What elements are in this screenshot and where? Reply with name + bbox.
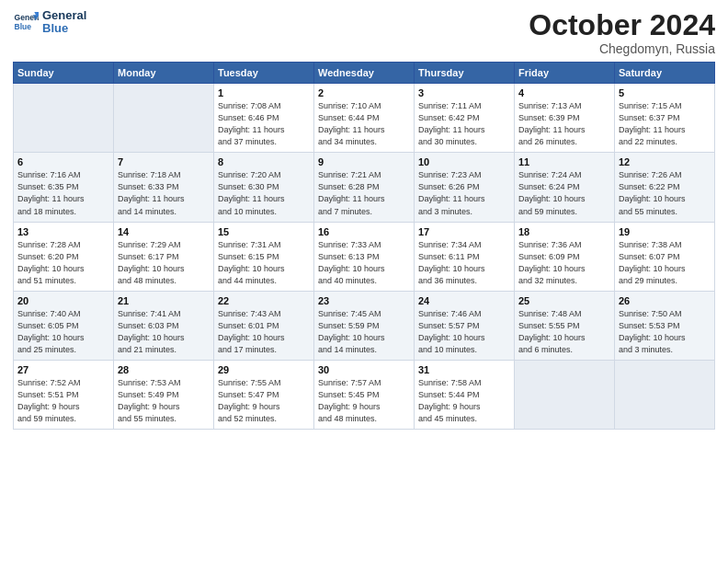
calendar-day-cell: 19Sunrise: 7:38 AM Sunset: 6:07 PM Dayli…: [615, 222, 715, 291]
day-info: Sunrise: 7:41 AM Sunset: 6:03 PM Dayligh…: [118, 308, 210, 356]
calendar-day-cell: 14Sunrise: 7:29 AM Sunset: 6:17 PM Dayli…: [114, 222, 214, 291]
day-info: Sunrise: 7:28 AM Sunset: 6:20 PM Dayligh…: [17, 239, 109, 287]
day-info: Sunrise: 7:20 AM Sunset: 6:30 PM Dayligh…: [218, 169, 310, 217]
calendar-day-cell: 24Sunrise: 7:46 AM Sunset: 5:57 PM Dayli…: [415, 291, 515, 360]
day-number: 23: [318, 295, 410, 306]
day-number: 3: [418, 87, 510, 98]
day-number: 8: [218, 156, 310, 167]
day-info: Sunrise: 7:29 AM Sunset: 6:17 PM Dayligh…: [118, 239, 210, 287]
day-info: Sunrise: 7:24 AM Sunset: 6:24 PM Dayligh…: [518, 169, 610, 217]
day-number: 12: [619, 156, 711, 167]
calendar-day-cell: 29Sunrise: 7:55 AM Sunset: 5:47 PM Dayli…: [214, 360, 314, 429]
location-subtitle: Chegdomyn, Russia: [529, 41, 715, 56]
calendar-table: SundayMondayTuesdayWednesdayThursdayFrid…: [13, 62, 715, 430]
calendar-day-cell: 20Sunrise: 7:40 AM Sunset: 6:05 PM Dayli…: [14, 291, 114, 360]
calendar-day-cell: 27Sunrise: 7:52 AM Sunset: 5:51 PM Dayli…: [14, 360, 114, 429]
day-number: 4: [518, 87, 610, 98]
day-number: 30: [318, 364, 410, 375]
day-info: Sunrise: 7:13 AM Sunset: 6:39 PM Dayligh…: [518, 100, 610, 148]
day-info: Sunrise: 7:50 AM Sunset: 5:53 PM Dayligh…: [619, 308, 711, 356]
day-info: Sunrise: 7:15 AM Sunset: 6:37 PM Dayligh…: [619, 100, 711, 148]
day-number: 2: [318, 87, 410, 98]
day-number: 14: [118, 226, 210, 237]
calendar-day-cell: [114, 84, 214, 153]
calendar-day-cell: 26Sunrise: 7:50 AM Sunset: 5:53 PM Dayli…: [615, 291, 715, 360]
calendar-day-cell: 18Sunrise: 7:36 AM Sunset: 6:09 PM Dayli…: [515, 222, 615, 291]
calendar-day-cell: 4Sunrise: 7:13 AM Sunset: 6:39 PM Daylig…: [515, 84, 615, 153]
day-number: 28: [118, 364, 210, 375]
day-info: Sunrise: 7:16 AM Sunset: 6:35 PM Dayligh…: [17, 169, 109, 217]
calendar-day-cell: 17Sunrise: 7:34 AM Sunset: 6:11 PM Dayli…: [415, 222, 515, 291]
day-number: 21: [118, 295, 210, 306]
calendar-day-cell: 30Sunrise: 7:57 AM Sunset: 5:45 PM Dayli…: [314, 360, 415, 429]
day-number: 10: [418, 156, 510, 167]
page-container: General Blue General Blue October 2024 C…: [0, 0, 728, 437]
calendar-day-cell: 1Sunrise: 7:08 AM Sunset: 6:46 PM Daylig…: [214, 84, 314, 153]
day-number: 26: [619, 295, 711, 306]
day-number: 25: [518, 295, 610, 306]
calendar-day-cell: 23Sunrise: 7:45 AM Sunset: 5:59 PM Dayli…: [314, 291, 415, 360]
calendar-day-cell: 28Sunrise: 7:53 AM Sunset: 5:49 PM Dayli…: [114, 360, 214, 429]
day-info: Sunrise: 7:53 AM Sunset: 5:49 PM Dayligh…: [118, 377, 210, 425]
day-number: 11: [518, 156, 610, 167]
day-info: Sunrise: 7:52 AM Sunset: 5:51 PM Dayligh…: [17, 377, 109, 425]
calendar-week-row: 13Sunrise: 7:28 AM Sunset: 6:20 PM Dayli…: [14, 222, 715, 291]
calendar-day-cell: 25Sunrise: 7:48 AM Sunset: 5:55 PM Dayli…: [515, 291, 615, 360]
day-number: 5: [619, 87, 711, 98]
calendar-day-cell: 15Sunrise: 7:31 AM Sunset: 6:15 PM Dayli…: [214, 222, 314, 291]
day-info: Sunrise: 7:45 AM Sunset: 5:59 PM Dayligh…: [318, 308, 410, 356]
day-number: 13: [17, 226, 109, 237]
calendar-week-row: 20Sunrise: 7:40 AM Sunset: 6:05 PM Dayli…: [14, 291, 715, 360]
calendar-day-cell: 3Sunrise: 7:11 AM Sunset: 6:42 PM Daylig…: [415, 84, 515, 153]
day-info: Sunrise: 7:58 AM Sunset: 5:44 PM Dayligh…: [418, 377, 510, 425]
day-info: Sunrise: 7:38 AM Sunset: 6:07 PM Dayligh…: [619, 239, 711, 287]
day-info: Sunrise: 7:33 AM Sunset: 6:13 PM Dayligh…: [318, 239, 410, 287]
calendar-week-row: 1Sunrise: 7:08 AM Sunset: 6:46 PM Daylig…: [14, 84, 715, 153]
day-info: Sunrise: 7:23 AM Sunset: 6:26 PM Dayligh…: [418, 169, 510, 217]
day-info: Sunrise: 7:55 AM Sunset: 5:47 PM Dayligh…: [218, 377, 310, 425]
calendar-day-cell: 11Sunrise: 7:24 AM Sunset: 6:24 PM Dayli…: [515, 153, 615, 222]
calendar-day-cell: 2Sunrise: 7:10 AM Sunset: 6:44 PM Daylig…: [314, 84, 415, 153]
day-number: 19: [619, 226, 711, 237]
logo: General Blue General Blue: [13, 9, 86, 36]
calendar-day-cell: 5Sunrise: 7:15 AM Sunset: 6:37 PM Daylig…: [615, 84, 715, 153]
calendar-day-cell: 21Sunrise: 7:41 AM Sunset: 6:03 PM Dayli…: [114, 291, 214, 360]
calendar-day-cell: 9Sunrise: 7:21 AM Sunset: 6:28 PM Daylig…: [314, 153, 415, 222]
day-info: Sunrise: 7:11 AM Sunset: 6:42 PM Dayligh…: [418, 100, 510, 148]
day-number: 29: [218, 364, 310, 375]
day-info: Sunrise: 7:48 AM Sunset: 5:55 PM Dayligh…: [518, 308, 610, 356]
logo-text: General Blue: [42, 9, 86, 36]
day-info: Sunrise: 7:08 AM Sunset: 6:46 PM Dayligh…: [218, 100, 310, 148]
day-number: 31: [418, 364, 510, 375]
weekday-header: Saturday: [615, 63, 715, 84]
weekday-header: Thursday: [415, 63, 515, 84]
calendar-week-row: 6Sunrise: 7:16 AM Sunset: 6:35 PM Daylig…: [14, 153, 715, 222]
day-number: 20: [17, 295, 109, 306]
svg-text:Blue: Blue: [15, 22, 32, 31]
calendar-day-cell: 22Sunrise: 7:43 AM Sunset: 6:01 PM Dayli…: [214, 291, 314, 360]
calendar-header-row: SundayMondayTuesdayWednesdayThursdayFrid…: [14, 63, 715, 84]
day-info: Sunrise: 7:57 AM Sunset: 5:45 PM Dayligh…: [318, 377, 410, 425]
weekday-header: Tuesday: [214, 63, 314, 84]
day-info: Sunrise: 7:10 AM Sunset: 6:44 PM Dayligh…: [318, 100, 410, 148]
weekday-header: Friday: [515, 63, 615, 84]
calendar-day-cell: 8Sunrise: 7:20 AM Sunset: 6:30 PM Daylig…: [214, 153, 314, 222]
logo-icon: General Blue: [13, 9, 39, 35]
calendar-day-cell: [515, 360, 615, 429]
day-number: 16: [318, 226, 410, 237]
header: General Blue General Blue October 2024 C…: [13, 9, 715, 56]
calendar-day-cell: [14, 84, 114, 153]
calendar-day-cell: 13Sunrise: 7:28 AM Sunset: 6:20 PM Dayli…: [14, 222, 114, 291]
calendar-day-cell: 31Sunrise: 7:58 AM Sunset: 5:44 PM Dayli…: [415, 360, 515, 429]
day-number: 24: [418, 295, 510, 306]
day-number: 17: [418, 226, 510, 237]
day-number: 18: [518, 226, 610, 237]
calendar-day-cell: 16Sunrise: 7:33 AM Sunset: 6:13 PM Dayli…: [314, 222, 415, 291]
day-number: 15: [218, 226, 310, 237]
day-number: 7: [118, 156, 210, 167]
calendar-day-cell: 10Sunrise: 7:23 AM Sunset: 6:26 PM Dayli…: [415, 153, 515, 222]
weekday-header: Wednesday: [314, 63, 415, 84]
calendar-day-cell: [615, 360, 715, 429]
day-number: 1: [218, 87, 310, 98]
day-number: 9: [318, 156, 410, 167]
